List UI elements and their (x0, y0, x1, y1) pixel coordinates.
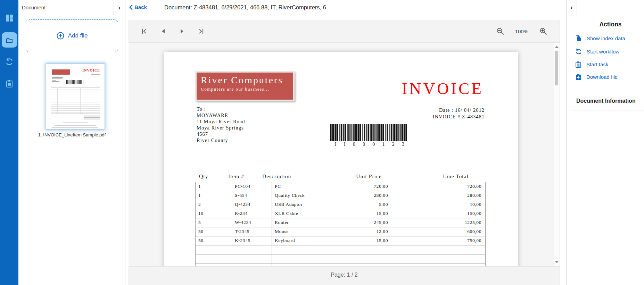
add-file-label: Add file (68, 32, 88, 39)
previous-page-icon (161, 28, 166, 34)
zoom-in-button[interactable] (539, 27, 548, 36)
company-tagline: Computers are our business... (201, 86, 289, 92)
table-row (196, 245, 486, 254)
app-rail (0, 0, 18, 285)
table-row: 5W-4234 Router245,00 1225,00 (196, 218, 486, 227)
collapse-panel-button[interactable]: ‹ (114, 0, 125, 15)
first-page-icon (141, 28, 148, 35)
back-label: Back (134, 4, 147, 10)
invoice-meta: Date : 16/ 04/ 2012 INVOICE # Z-483481 (433, 107, 485, 120)
table-row: 1S-654 Quality Check280.00 280.00 (196, 191, 486, 200)
viewer-area: Back Document: Z-483481, 6/29/2021, 466.… (125, 0, 566, 285)
first-page-button[interactable] (140, 27, 149, 36)
chevron-left-icon: ‹ (118, 5, 121, 11)
company-logo: River Computers Computers are our busine… (195, 71, 295, 101)
vertical-scrollbar[interactable] (554, 43, 559, 266)
scrollbar-thumb[interactable] (555, 51, 558, 85)
document-preview: River Computers Computers are our busine… (129, 43, 560, 266)
scroll-down-icon[interactable] (555, 261, 559, 263)
invoice-date: Date : 16/ 04/ 2012 (433, 107, 485, 114)
previous-page-button[interactable] (159, 27, 168, 36)
scroll-up-icon[interactable] (555, 46, 559, 48)
document-panel: Document ‹ Add file INVOICE 1. INVOICE_L (18, 0, 125, 285)
barcode-digits: II 00 01 23 (330, 141, 408, 147)
page-indicator-bar: Page: 1 / 2 (129, 266, 560, 285)
zoom-out-button[interactable] (496, 27, 505, 36)
table-row: 50T-2345 Mouse12,00 600,00 (196, 227, 486, 236)
clipboard-icon (5, 79, 14, 88)
chevron-right-icon: › (571, 5, 573, 10)
table-row: 50K-2345 Keyboard15,00 750,00 (196, 236, 486, 245)
start-workflow-icon (575, 48, 582, 55)
start-workflow-link[interactable]: Start workflow (575, 48, 619, 55)
rail-item-dashboard[interactable] (2, 10, 17, 26)
zoom-out-icon (496, 27, 504, 35)
line-items-table: 1PC-104 PC720.00 720.00 1S-654 Quality C… (195, 182, 486, 266)
sync-icon (5, 57, 14, 66)
viewer-toolbar: 100% (129, 20, 560, 43)
file-thumbnail[interactable]: INVOICE (46, 64, 105, 129)
add-file-button[interactable]: Add file (26, 19, 118, 52)
rail-item-document-trays[interactable] (2, 32, 17, 48)
show-index-data-icon (575, 35, 582, 42)
show-index-data-link[interactable]: Show index data (575, 35, 625, 42)
file-caption: 1. INVOICE_LineItem Sample.pdf (18, 132, 125, 137)
document-panel-header: Document ‹ (18, 0, 125, 15)
divider (571, 110, 644, 110)
page-nav-group (140, 20, 205, 42)
table-row (196, 263, 486, 266)
page-indicator: Page: 1 / 2 (331, 272, 357, 278)
rail-item-tasks[interactable] (2, 76, 17, 91)
last-page-button[interactable] (196, 27, 205, 36)
next-page-button[interactable] (177, 27, 187, 36)
recipient-block: To : MOYAWARE 11 Moya River Road Moya Ri… (197, 106, 245, 143)
expand-panel-button[interactable]: › (567, 0, 577, 15)
download-file-icon (575, 74, 581, 80)
back-button[interactable]: Back (129, 4, 147, 10)
last-page-icon (197, 28, 204, 35)
viewer-top-bar: Back Document: Z-483481, 6/29/2021, 466.… (125, 0, 566, 15)
document-information-title: Document Information (576, 98, 636, 104)
invoice-number: INVOICE # Z-483481 (433, 114, 485, 120)
zoom-in-icon (539, 27, 547, 35)
thumb-invoice-title: INVOICE (82, 68, 100, 72)
chevron-left-icon (129, 5, 133, 10)
zoom-level: 100% (515, 28, 528, 34)
rail-item-workflow[interactable] (2, 54, 17, 69)
plus-circle-icon (56, 32, 65, 40)
next-page-icon (180, 28, 184, 34)
thumb-table-art (51, 87, 100, 114)
start-task-icon (575, 61, 581, 68)
download-file-link[interactable]: Download file (575, 74, 618, 80)
barcode-bars (330, 124, 408, 141)
divider (571, 93, 644, 93)
zoom-controls: 100% (496, 20, 548, 42)
thumb-logo-art (52, 69, 70, 75)
to-label: To : (197, 106, 245, 112)
invoice-title: INVOICE (402, 79, 484, 98)
barcode: II 00 01 23 (330, 124, 408, 147)
line-items-header: Qty Item # Description Unit Price Line T… (195, 173, 486, 182)
invoice-page: River Computers Computers are our busine… (164, 52, 518, 266)
actions-panel: › Actions Show index data Start workflow (566, 0, 644, 285)
dashboard-icon (5, 14, 14, 22)
table-row: 2Q-4234 USB Adaptor5,00 10,00 (196, 200, 486, 209)
folder-icon (5, 35, 14, 44)
thumb-barcode-art (66, 80, 84, 84)
table-row: 10R-234 XLR Cable15,00 150,00 (196, 209, 486, 218)
company-name: River Computers (201, 75, 289, 86)
table-row: 1PC-104 PC720.00 720.00 (196, 182, 486, 191)
panel-title: Document (22, 5, 46, 10)
actions-title: Actions (567, 21, 644, 28)
start-task-link[interactable]: Start task (575, 61, 608, 68)
table-row (196, 254, 486, 263)
document-title: Document: Z-483481, 6/29/2021, 466.88, I… (164, 4, 326, 11)
